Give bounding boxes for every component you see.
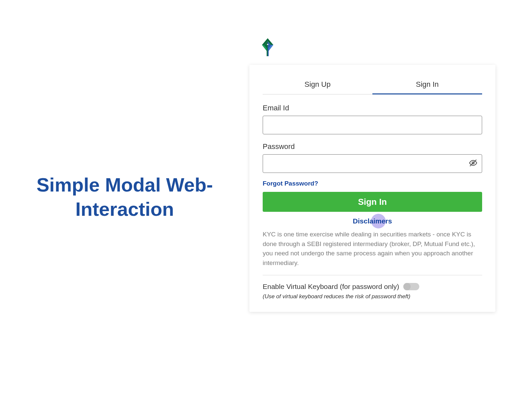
- disclaimers-link[interactable]: Disclaimers: [263, 217, 482, 225]
- virtual-keyboard-note: (Use of virtual keyboard reduces the ris…: [263, 293, 482, 300]
- email-group: Email Id: [263, 104, 482, 134]
- brand-logo: [259, 38, 495, 58]
- virtual-keyboard-toggle[interactable]: [403, 283, 419, 290]
- toggle-password-visibility-icon[interactable]: [469, 159, 477, 169]
- side-heading: Simple Modal Web-Interaction: [28, 173, 221, 221]
- email-label: Email Id: [263, 104, 482, 112]
- tab-signup[interactable]: Sign Up: [263, 77, 372, 94]
- password-label: Password: [263, 142, 482, 151]
- disclaimers-link-label: Disclaimers: [353, 217, 392, 225]
- forgot-password-link[interactable]: Forgot Password?: [263, 180, 318, 187]
- email-input[interactable]: [263, 116, 482, 134]
- tab-signin[interactable]: Sign In: [372, 77, 482, 94]
- disclaimers-body: KYC is one time exercise while dealing i…: [263, 230, 482, 268]
- virtual-keyboard-row: Enable Virtual Keyboard (for password on…: [263, 283, 482, 291]
- signin-button[interactable]: Sign In: [263, 192, 482, 212]
- auth-tabs: Sign Up Sign In: [263, 77, 482, 94]
- password-group: Password: [263, 142, 482, 173]
- auth-panel: Sign Up Sign In Email Id Password Forgot: [249, 38, 495, 312]
- password-input[interactable]: [263, 154, 482, 173]
- svg-rect-4: [267, 45, 268, 56]
- virtual-keyboard-label: Enable Virtual Keyboard (for password on…: [263, 283, 399, 291]
- divider: [263, 275, 482, 275]
- toggle-knob-icon: [403, 283, 411, 290]
- auth-card: Sign Up Sign In Email Id Password Forgot: [249, 65, 495, 312]
